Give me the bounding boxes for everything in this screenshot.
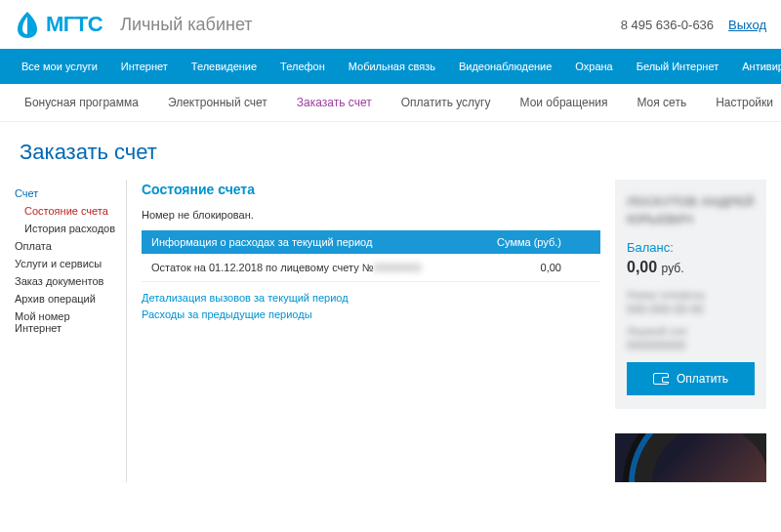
table-header-amount: Сумма (руб.) <box>472 230 600 254</box>
account-holder-name: ЛОСКУТОВ АНДРЕЙ ЮРЬЕВИЧ <box>627 193 755 228</box>
phone-label: Номер телефона <box>627 290 755 301</box>
nav-primary-item[interactable]: Телефон <box>268 49 337 84</box>
sidebar-item[interactable]: История расходов <box>15 220 116 237</box>
row-value: 0,00 <box>472 254 600 282</box>
sidebar-item[interactable]: Счет <box>15 184 116 202</box>
logo-icon <box>15 10 40 39</box>
nav-primary-item[interactable]: Видеонаблюдение <box>447 49 563 84</box>
brand-name: МГТС <box>46 12 103 37</box>
sidebar-item[interactable]: Архив операций <box>15 290 116 307</box>
section-title: Состояние счета <box>142 182 600 197</box>
nav-primary-item[interactable]: Мобильная связь <box>337 49 447 84</box>
phone-value: 000-000-00-00 <box>627 303 755 316</box>
wallet-icon <box>653 373 669 385</box>
header: МГТС Личный кабинет 8 495 636-0-636 Выхо… <box>0 0 781 49</box>
account-label: Лицевой счет <box>627 326 755 337</box>
account-status: Номер не блокирован. <box>142 209 600 221</box>
table-header-info: Информация о расходах за текущий период <box>142 230 472 254</box>
sidebar-item[interactable]: Оплата <box>15 237 116 255</box>
balance-value: 0,00 руб. <box>627 259 755 276</box>
pay-button[interactable]: Оплатить <box>627 362 755 395</box>
nav-secondary-item[interactable]: Мои обращения <box>506 84 623 121</box>
nav-secondary-item[interactable]: Бонусная программа <box>10 84 153 121</box>
sidebar: СчетСостояние счетаИстория расходовОплат… <box>15 180 127 482</box>
nav-primary-item[interactable]: Интернет <box>109 49 180 84</box>
sidebar-item[interactable]: Заказ документов <box>15 272 116 290</box>
main-content: Состояние счета Номер не блокирован. Инф… <box>142 180 600 482</box>
pay-button-label: Оплатить <box>677 372 728 386</box>
nav-secondary-item[interactable]: Настройки <box>701 84 781 121</box>
account-summary-panel: ЛОСКУТОВ АНДРЕЙ ЮРЬЕВИЧ Баланс: 0,00 руб… <box>615 180 766 409</box>
support-phone: 8 495 636-0-636 <box>621 18 714 32</box>
header-title: Личный кабинет <box>120 15 252 35</box>
row-label: Остаток на 01.12.2018 по лицевому счету … <box>142 254 472 282</box>
nav-primary-item[interactable]: Телевидение <box>180 49 268 84</box>
sidebar-item[interactable]: Мой номер Интернет <box>15 307 116 337</box>
nav-secondary-item[interactable]: Заказать счет <box>282 84 387 121</box>
sidebar-item[interactable]: Состояние счета <box>15 202 116 220</box>
nav-secondary-item[interactable]: Моя сеть <box>622 84 701 121</box>
balance-label: Баланс: <box>627 240 755 255</box>
nav-secondary-item[interactable]: Электронный счет <box>153 84 282 121</box>
sidebar-item[interactable]: Услуги и сервисы <box>15 255 116 272</box>
nav-primary-item[interactable]: Все мои услуги <box>10 49 109 84</box>
account-value: 000000000 <box>627 339 755 352</box>
logout-link[interactable]: Выход <box>728 18 766 32</box>
detail-link[interactable]: Детализация вызовов за текущий период <box>142 290 600 307</box>
brand-logo[interactable]: МГТС <box>15 10 103 39</box>
page-title: Заказать счет <box>0 122 781 180</box>
table-row: Остаток на 01.12.2018 по лицевому счету … <box>142 254 600 282</box>
nav-primary-item[interactable]: Охрана <box>563 49 624 84</box>
nav-secondary: Бонусная программаЭлектронный счетЗаказа… <box>0 84 781 122</box>
expenses-table: Информация о расходах за текущий период … <box>142 230 600 282</box>
nav-primary: Все мои услугиИнтернетТелевидениеТелефон… <box>0 49 781 84</box>
nav-secondary-item[interactable]: Оплатить услугу <box>387 84 506 121</box>
nav-primary-item[interactable]: Белый Интернет <box>625 49 731 84</box>
promo-banner[interactable] <box>615 433 766 482</box>
detail-link[interactable]: Расходы за предыдущие периоды <box>142 307 600 323</box>
nav-primary-item[interactable]: Антивирус <box>730 49 781 84</box>
